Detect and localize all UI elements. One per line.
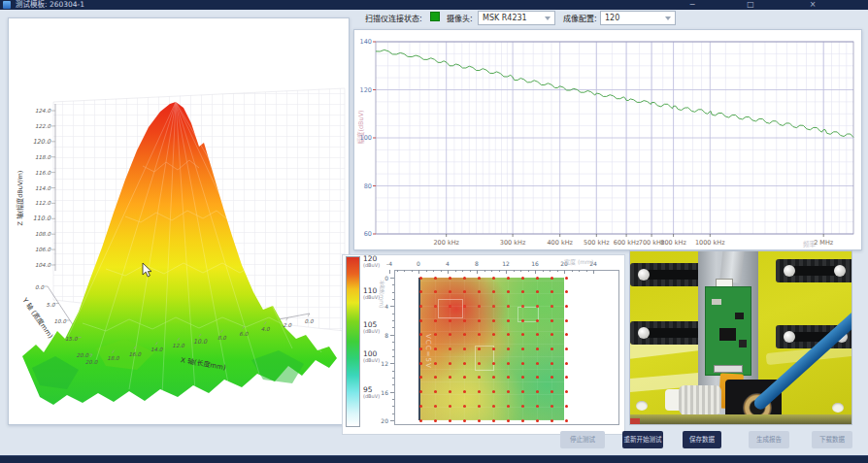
x-tick-label: 1000 kHz <box>695 239 725 247</box>
plastic-knob <box>679 385 721 414</box>
measurement-point <box>536 305 539 308</box>
x-minor-tick <box>528 270 529 272</box>
measurement-point <box>478 405 481 408</box>
heat-x-tick-label: 0 <box>410 260 427 267</box>
measurement-point <box>521 362 524 365</box>
download-data-button[interactable]: 下载数据 <box>812 431 852 448</box>
measurement-point <box>551 405 553 408</box>
plate-hole <box>832 403 844 413</box>
clamp-rail <box>776 259 852 282</box>
measurement-point <box>536 347 539 350</box>
x-tick-label: 16.0 <box>129 351 142 357</box>
x-minor-tick <box>535 270 536 274</box>
measurement-point <box>478 319 481 322</box>
measurement-point <box>565 362 568 365</box>
x-tick-label: 0.0 <box>305 318 314 324</box>
measurement-point <box>419 290 422 293</box>
measurement-point <box>492 405 495 408</box>
y-minor-tick <box>390 335 394 336</box>
y-minor-tick <box>392 413 394 414</box>
measurement-point <box>492 277 495 280</box>
surface-3d-plot[interactable]: Z 轴(幅度dBuV/m) X 轴(长度mm) Y 轴 (宽度mm) 124.0… <box>9 18 349 424</box>
measurement-point <box>507 319 510 322</box>
y-minor-tick <box>390 363 394 364</box>
close-button[interactable]: × <box>806 0 819 10</box>
z-tick-label: 122.0 <box>35 123 50 129</box>
surface-3d-panel[interactable]: Z 轴(幅度dBuV/m) X 轴(长度mm) Y 轴 (宽度mm) 124.0… <box>8 17 350 425</box>
y-minor-tick <box>392 384 394 385</box>
taskbar <box>0 455 868 463</box>
measurement-point <box>419 319 422 322</box>
y-minor-tick <box>392 314 394 314</box>
measurement-point <box>507 362 510 365</box>
heatmap-image[interactable]: VCC=5V <box>418 278 564 420</box>
measurement-point <box>521 290 524 293</box>
z-tick-label: 120.0 <box>33 138 51 146</box>
pcb-chip <box>719 328 736 341</box>
fixture-edge <box>630 414 852 425</box>
measurement-point <box>434 362 437 365</box>
y-minor-tick <box>392 292 394 293</box>
bolt <box>834 265 846 277</box>
y-minor-tick <box>392 299 394 300</box>
measurement-point <box>521 390 524 393</box>
measurement-point <box>521 347 524 350</box>
app-icon <box>3 1 11 9</box>
heat-y-tick-label: 16 <box>373 389 388 396</box>
imaging-config-select[interactable]: 120 <box>600 11 676 25</box>
x-minor-tick <box>499 270 500 272</box>
measurement-point <box>536 290 539 293</box>
stop-test-button[interactable]: 停止测试 <box>560 431 605 448</box>
z-tick-label: 124.0 <box>35 108 50 114</box>
measurement-point <box>419 347 422 350</box>
y-tick-label: 80 <box>364 182 372 190</box>
y-minor-tick <box>392 320 394 321</box>
chevron-down-icon <box>545 17 551 20</box>
measurement-point <box>463 305 466 308</box>
plate-hole <box>636 401 648 411</box>
y-minor-tick <box>390 420 394 421</box>
measurement-point <box>507 290 510 293</box>
y-minor-tick <box>392 378 394 379</box>
measurement-point <box>434 419 437 422</box>
x-minor-tick <box>389 270 390 274</box>
maximize-button[interactable]: □ <box>744 0 757 10</box>
measurement-point <box>565 390 568 393</box>
camera-select[interactable]: MSK R4231 <box>478 11 555 25</box>
measurement-point <box>536 277 539 280</box>
y-tick-label: 60 <box>364 230 372 238</box>
measurement-point <box>565 305 568 308</box>
heatmap-x-label: 宽度 (mm) <box>564 257 593 266</box>
restart-test-button[interactable]: 重新开始测试 <box>622 431 663 448</box>
z-axis-title: Z 轴(幅度dBuV/m) <box>16 171 24 226</box>
chevron-down-icon <box>665 17 671 20</box>
measurement-point <box>449 376 451 379</box>
measurement-point <box>463 376 466 379</box>
measurement-point <box>463 419 466 422</box>
measurement-point <box>434 290 437 293</box>
heat-x-tick-label: 12 <box>497 260 515 267</box>
z-tick-label: 108.0 <box>35 231 50 237</box>
measurement-point <box>449 277 451 280</box>
x-minor-tick <box>593 270 594 274</box>
heat-y-tick-label: 12 <box>373 360 388 367</box>
measurement-point <box>521 319 524 322</box>
generate-report-button[interactable]: 生成报告 <box>749 431 789 448</box>
x-tick-label: 800 kHz <box>660 239 686 247</box>
minimize-button[interactable]: − <box>685 0 699 10</box>
measurement-point <box>507 277 510 280</box>
x-tick-label: 6.0 <box>239 331 248 337</box>
measurement-point <box>434 305 437 308</box>
z-tick-label: 112.0 <box>35 200 50 206</box>
colorbar <box>346 256 360 427</box>
measurement-point <box>492 305 495 308</box>
save-data-button[interactable]: 保存数据 <box>683 431 721 448</box>
x-minor-tick <box>448 270 449 274</box>
pcb-chip <box>735 313 744 319</box>
x-minor-tick <box>418 270 419 274</box>
measurement-point <box>565 333 568 336</box>
measurement-point <box>551 319 553 322</box>
pcb-board <box>705 286 751 376</box>
x-tick-label: 2.0 <box>283 322 291 328</box>
x-minor-tick <box>397 270 398 272</box>
